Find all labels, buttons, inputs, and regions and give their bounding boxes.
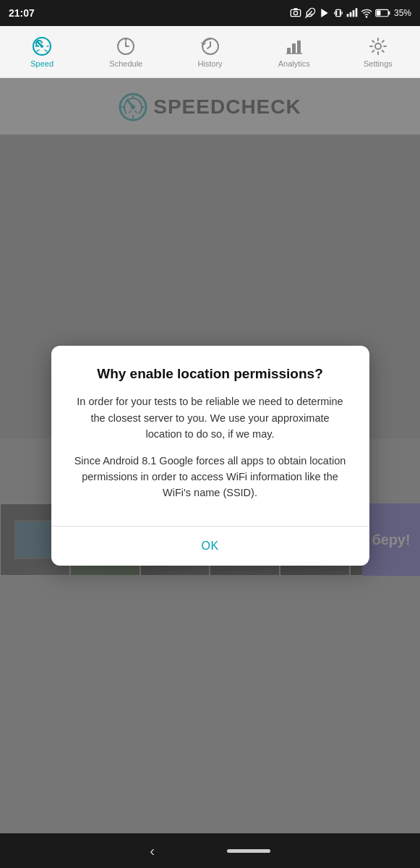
tab-schedule[interactable]: Schedule — [84, 26, 168, 77]
signal-icon — [346, 7, 358, 19]
tab-history[interactable]: History — [168, 26, 252, 77]
feather-icon — [304, 7, 316, 19]
tab-settings-label: Settings — [364, 59, 393, 68]
svg-marker-5 — [321, 9, 327, 17]
svg-point-11 — [366, 17, 367, 17]
tab-bar: Speed Schedule History — [0, 26, 420, 78]
nav-bar: ‹ — [0, 833, 420, 868]
status-icons: 35% — [290, 7, 411, 19]
wifi-icon — [361, 7, 372, 19]
tab-analytics[interactable]: Analytics — [252, 26, 336, 77]
svg-rect-13 — [388, 12, 390, 15]
photo-icon — [290, 7, 301, 19]
svg-rect-2 — [293, 8, 297, 9]
nav-back-button[interactable]: ‹ — [150, 843, 155, 859]
tab-history-label: History — [197, 59, 222, 68]
svg-point-1 — [293, 11, 297, 14]
tab-settings[interactable]: Settings — [336, 26, 420, 77]
dialog-paragraph1: In order for your tests to be reliable w… — [72, 393, 349, 442]
dialog-title: Why enable location permissions? — [72, 366, 349, 382]
settings-icon — [368, 36, 388, 56]
nav-home-pill[interactable] — [227, 849, 270, 853]
svg-rect-7 — [347, 14, 349, 17]
permission-dialog: Why enable location permissions? In orde… — [51, 346, 369, 566]
dialog-overlay: Why enable location permissions? In orde… — [0, 78, 420, 833]
schedule-icon — [116, 36, 136, 56]
play-icon — [319, 7, 330, 19]
battery-icon — [375, 8, 391, 18]
tab-speed[interactable]: Speed — [0, 26, 84, 77]
analytics-icon — [284, 36, 304, 56]
svg-rect-22 — [297, 41, 301, 54]
tab-analytics-label: Analytics — [278, 59, 310, 68]
main-content: SPEEDCHECK EXTERNAL IP 109.252.55.123 PR… — [0, 78, 420, 833]
status-bar: 21:07 — [0, 0, 420, 26]
svg-point-16 — [40, 45, 43, 48]
svg-rect-20 — [287, 48, 291, 54]
battery-percent: 35% — [394, 8, 411, 18]
svg-point-24 — [375, 43, 381, 49]
dialog-body: Why enable location permissions? In orde… — [51, 346, 369, 526]
speed-icon — [32, 36, 52, 56]
svg-rect-9 — [353, 10, 355, 17]
svg-point-18 — [125, 38, 127, 41]
svg-rect-10 — [356, 8, 358, 17]
svg-rect-21 — [292, 43, 296, 54]
dialog-actions: OK — [51, 527, 369, 566]
svg-rect-8 — [350, 12, 352, 17]
dialog-ok-button[interactable]: OK — [178, 537, 241, 556]
tab-speed-label: Speed — [30, 59, 53, 68]
tab-schedule-label: Schedule — [109, 59, 142, 68]
svg-rect-14 — [377, 10, 381, 15]
status-time: 21:07 — [9, 7, 35, 19]
history-icon — [200, 36, 220, 56]
dialog-paragraph2: Since Android 8.1 Google forces all apps… — [72, 453, 349, 501]
vibrate-icon — [333, 7, 343, 19]
